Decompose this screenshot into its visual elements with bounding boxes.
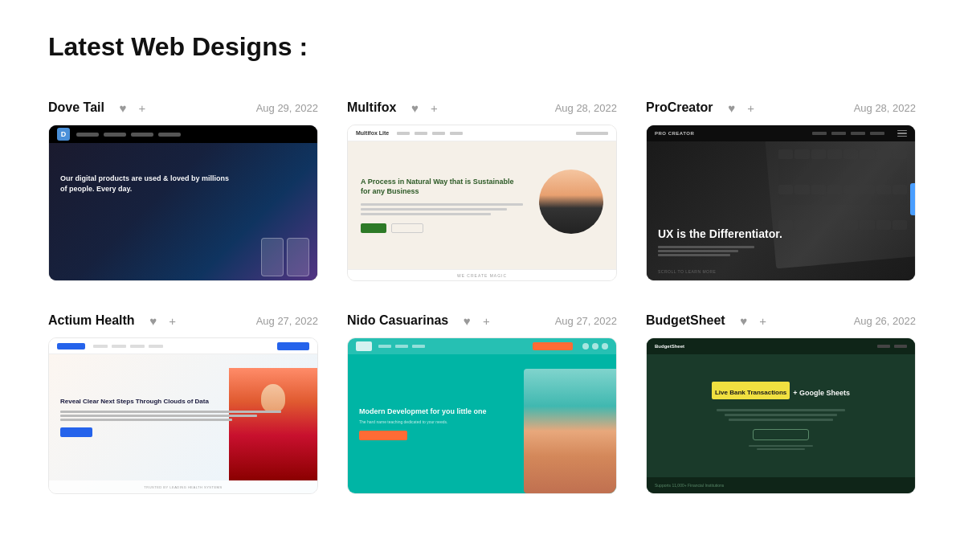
mf-right bbox=[531, 161, 603, 250]
card-thumbnail-budget[interactable]: BudgetSheet Live Bank Transactions + Goo… bbox=[646, 337, 916, 494]
card-header-actium: Actium Health ♥ + Aug 27, 2022 bbox=[48, 313, 318, 328]
mf-body: A Process in Natural Way that is Sustain… bbox=[348, 141, 616, 269]
dt-body: Our digital products are used & loved by… bbox=[49, 143, 317, 280]
card-actions-budget: ♥ + bbox=[737, 313, 770, 328]
ah-body: Reveal Clear Next Steps Through Clouds o… bbox=[49, 354, 317, 480]
ah-nav-btn[interactable] bbox=[277, 342, 309, 350]
mf-footer: WE CREATE MAGIC bbox=[348, 269, 616, 280]
card-budget: BudgetSheet ♥ + Aug 26, 2022 BudgetSheet bbox=[646, 313, 916, 494]
mf-nav-links bbox=[397, 132, 463, 135]
pc-nav: PRO CREATOR bbox=[647, 125, 915, 141]
bs-nav-links bbox=[877, 345, 907, 348]
nc-schedule-btn[interactable] bbox=[533, 342, 573, 350]
mf-primary-btn[interactable] bbox=[361, 223, 386, 233]
card-actions-multifox: ♥ + bbox=[407, 100, 441, 115]
add-button-dovetail[interactable]: + bbox=[135, 100, 149, 115]
dt-main-text: Our digital products are used & loved by… bbox=[60, 174, 232, 194]
ah-text-lines bbox=[60, 411, 306, 421]
bs-footer: Supports 11,000+ Financial Institutions bbox=[647, 477, 915, 493]
mf-nav: Multifox Lite bbox=[348, 125, 616, 141]
bs-nav: BudgetSheet bbox=[647, 338, 915, 354]
pc-text: UX is the Differentiator. bbox=[658, 227, 782, 256]
card-procreator: ProCreator ♥ + Aug 28, 2022 PRO CREATOR bbox=[646, 100, 916, 281]
ah-heading: Reveal Clear Next Steps Through Clouds o… bbox=[60, 398, 306, 406]
ah-footer: TRUSTED BY LEADING HEALTH SYSTEMS bbox=[49, 480, 317, 493]
card-thumbnail-nido[interactable]: Modern Developmet for you little one The… bbox=[347, 337, 617, 494]
bs-addon-btn[interactable] bbox=[753, 429, 809, 440]
mf-secondary-btn[interactable] bbox=[391, 223, 423, 233]
card-thumbnail-dovetail[interactable]: D Our digital products are used & loved … bbox=[48, 125, 318, 281]
bs-subtext-lines bbox=[717, 409, 845, 421]
pc-subtext bbox=[658, 246, 782, 256]
nc-left: Modern Developmet for you little one The… bbox=[359, 407, 605, 441]
card-header-procreator: ProCreator ♥ + Aug 28, 2022 bbox=[646, 100, 916, 115]
like-button-multifox[interactable]: ♥ bbox=[407, 100, 422, 115]
pc-body: UX is the Differentiator. SCROLL TO LEAR… bbox=[647, 141, 915, 280]
dt-links bbox=[76, 133, 181, 137]
like-button-procreator[interactable]: ♥ bbox=[725, 100, 739, 115]
card-title-nido: Nido Casuarinas bbox=[347, 313, 448, 328]
nc-nav-links bbox=[378, 345, 425, 348]
ah-nav bbox=[49, 338, 317, 354]
card-actions-nido: ♥ + bbox=[460, 313, 493, 328]
add-button-procreator[interactable]: + bbox=[744, 100, 758, 115]
add-button-multifox[interactable]: + bbox=[427, 100, 441, 115]
bs-small-lines bbox=[749, 445, 813, 450]
like-button-budget[interactable]: ♥ bbox=[737, 313, 751, 328]
bs-body: Live Bank Transactions + Google Sheets bbox=[647, 354, 915, 477]
mf-text-lines bbox=[361, 203, 523, 215]
ah-footer-text: TRUSTED BY LEADING HEALTH SYSTEMS bbox=[144, 485, 222, 489]
nc-nav bbox=[348, 338, 616, 354]
card-title-procreator: ProCreator bbox=[646, 100, 713, 115]
pc-heading: UX is the Differentiator. bbox=[658, 227, 782, 241]
card-title-multifox: Multifox bbox=[347, 100, 396, 115]
card-header-budget: BudgetSheet ♥ + Aug 26, 2022 bbox=[646, 313, 916, 328]
dt-nav: D bbox=[49, 125, 317, 143]
card-header-nido: Nido Casuarinas ♥ + Aug 27, 2022 bbox=[347, 313, 617, 328]
nc-icon-3 bbox=[602, 343, 608, 349]
card-header-multifox: Multifox ♥ + Aug 28, 2022 bbox=[347, 100, 617, 115]
pc-nav-links bbox=[812, 132, 884, 135]
card-thumbnail-actium[interactable]: Reveal Clear Next Steps Through Clouds o… bbox=[48, 337, 318, 494]
pc-logo-text: PRO CREATOR bbox=[655, 131, 694, 136]
ah-logo bbox=[57, 343, 85, 349]
card-actions-dovetail: ♥ + bbox=[116, 100, 149, 115]
mf-logo-text: Multifox Lite bbox=[356, 130, 389, 136]
card-multifox: Multifox ♥ + Aug 28, 2022 Multifox Lite bbox=[347, 100, 617, 281]
card-actions-procreator: ♥ + bbox=[725, 100, 758, 115]
card-thumbnail-multifox[interactable]: Multifox Lite A Process in Natural Way t… bbox=[347, 125, 617, 281]
card-actions-actium: ♥ + bbox=[146, 313, 180, 328]
ah-explore-btn[interactable] bbox=[60, 427, 92, 437]
ah-left: Reveal Clear Next Steps Through Clouds o… bbox=[60, 398, 306, 437]
nc-body: Modern Developmet for you little one The… bbox=[348, 354, 616, 493]
bs-footer-text: Supports 11,000+ Financial Institutions bbox=[655, 483, 724, 488]
nc-icon-2 bbox=[592, 343, 598, 349]
bs-heading: Live Bank Transactions + Google Sheets bbox=[712, 382, 850, 404]
like-button-dovetail[interactable]: ♥ bbox=[116, 100, 130, 115]
add-button-budget[interactable]: + bbox=[756, 313, 770, 328]
mf-person-img bbox=[539, 170, 603, 234]
card-thumbnail-procreator[interactable]: PRO CREATOR bbox=[646, 125, 916, 281]
mf-footer-text: WE CREATE MAGIC bbox=[457, 273, 507, 278]
card-date-multifox: Aug 28, 2022 bbox=[555, 102, 617, 114]
bs-highlight-text: Live Bank Transactions bbox=[715, 389, 786, 396]
nc-learn-btn[interactable] bbox=[359, 431, 407, 440]
nc-heading: Modern Developmet for you little one bbox=[359, 407, 605, 417]
bs-highlight-box: Live Bank Transactions bbox=[712, 382, 790, 399]
bs-logo-text: BudgetSheet bbox=[655, 344, 684, 349]
card-title-actium: Actium Health bbox=[48, 313, 135, 328]
nc-subtext: The hard name teaching dedicated to your… bbox=[359, 419, 605, 424]
dt-phones bbox=[261, 238, 309, 276]
card-date-nido: Aug 27, 2022 bbox=[555, 315, 617, 327]
pc-hamburger-icon[interactable] bbox=[897, 130, 907, 137]
card-date-budget: Aug 26, 2022 bbox=[854, 315, 916, 327]
nc-icon-group bbox=[582, 343, 608, 349]
card-nido: Nido Casuarinas ♥ + Aug 27, 2022 bbox=[347, 313, 617, 494]
mf-heading: A Process in Natural Way that is Sustain… bbox=[361, 178, 523, 196]
page-title: Latest Web Designs : bbox=[48, 32, 916, 62]
add-button-nido[interactable]: + bbox=[479, 313, 493, 328]
like-button-nido[interactable]: ♥ bbox=[460, 313, 474, 328]
add-button-actium[interactable]: + bbox=[165, 313, 180, 328]
pc-scroll-text: SCROLL TO LEARN MORE bbox=[658, 269, 716, 274]
like-button-actium[interactable]: ♥ bbox=[146, 313, 161, 328]
